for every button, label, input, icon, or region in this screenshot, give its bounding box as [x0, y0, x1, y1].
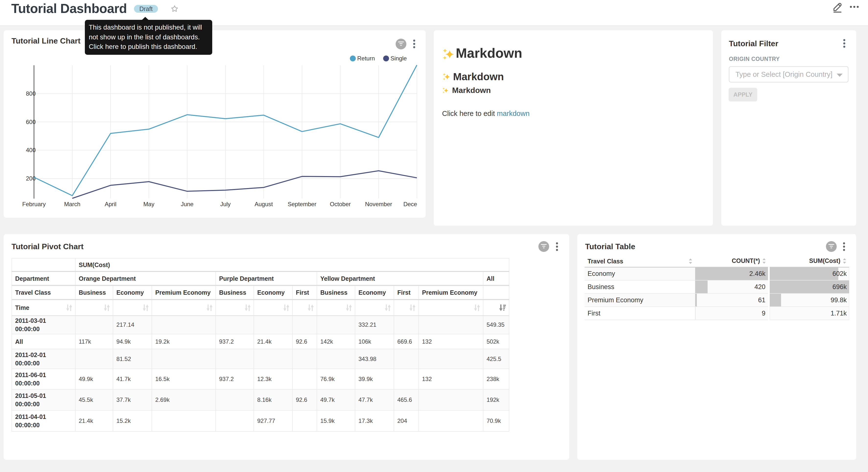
svg-text:600: 600	[26, 119, 36, 125]
svg-text:December: December	[403, 201, 417, 207]
svg-text:August: August	[254, 201, 273, 207]
svg-text:September: September	[287, 201, 316, 207]
svg-text:November: November	[365, 201, 392, 207]
svg-text:October: October	[330, 201, 351, 207]
svg-text:400: 400	[26, 147, 36, 153]
svg-text:May: May	[143, 201, 154, 207]
svg-text:April: April	[105, 201, 116, 207]
svg-text:200: 200	[26, 175, 36, 182]
svg-text:800: 800	[26, 90, 36, 97]
svg-text:March: March	[64, 201, 81, 207]
svg-text:Single: Single	[391, 55, 407, 62]
svg-text:February: February	[22, 201, 46, 207]
svg-text:July: July	[220, 201, 231, 207]
svg-text:Return: Return	[357, 55, 375, 62]
svg-text:June: June	[181, 201, 193, 207]
